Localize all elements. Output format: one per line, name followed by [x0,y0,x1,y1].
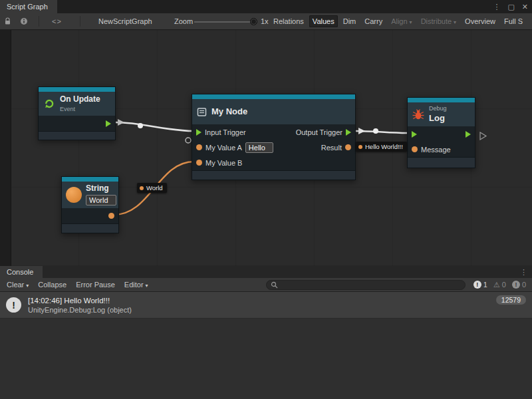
tab-console[interactable]: Console [0,266,43,278]
fullscreen-button[interactable]: Full S [501,15,526,27]
console-log-entry[interactable]: ! [14:02:46] Hello World!!! UnityEngine.… [0,292,532,319]
collapse-button[interactable]: Collapse [34,280,70,289]
wire-flow-dot [138,123,143,128]
flow-input-port-icon[interactable] [196,129,201,136]
graph-canvas[interactable]: On Update Event My Node [0,30,532,266]
bug-icon [412,108,425,121]
string-literal-icon [66,187,82,203]
close-icon[interactable]: ✕ [522,3,528,11]
window-menu-icon[interactable]: ⋮ [493,3,500,11]
string-value-field[interactable] [86,195,116,205]
value-input-port-icon[interactable] [196,144,202,150]
chevron-down-icon: ▾ [454,19,456,25]
maximize-icon[interactable]: ▢ [507,3,514,11]
value-input-port-icon[interactable] [412,146,418,152]
console-search[interactable] [266,280,466,290]
carry-button[interactable]: Carry [361,15,386,27]
input-trigger-label: Input Trigger [205,128,246,136]
console-toolbar: Clear▾ Collapse Error Pause Editor▾ ! 1 … [0,278,532,292]
zoom-slider-knob[interactable] [250,18,257,25]
code-view-icon[interactable]: <> [52,13,62,29]
flow-output-port-icon[interactable] [346,129,351,136]
node-on-update[interactable]: On Update Event [38,86,116,140]
lock-icon[interactable] [4,13,11,29]
error-count-toggle[interactable]: ! 0 [512,281,526,289]
toolbar-buttons: Relations Values Dim Carry Align▾ Distri… [270,14,532,29]
values-button[interactable]: Values [309,15,338,27]
error-log-icon: ! [512,281,520,289]
value-dot-icon [140,186,144,190]
separator [39,16,39,27]
node-header[interactable]: My Node [192,99,355,124]
relations-button[interactable]: Relations [270,15,307,27]
tab-script-graph-label: Script Graph [7,3,48,11]
node-category-label: Debug [429,105,447,112]
editor-dropdown[interactable]: Editor▾ [120,280,152,289]
graph-name-label: NewScriptGraph [98,13,152,29]
zoom-slider-track[interactable] [194,21,255,23]
error-pause-button[interactable]: Error Pause [72,280,119,289]
value-input-port-icon[interactable] [196,160,202,166]
wire-flow-dot [373,128,378,134]
chevron-down-icon: ▾ [410,19,412,25]
flow-input-port-icon[interactable] [412,131,417,138]
info-icon[interactable] [20,13,28,29]
event-loop-icon [43,98,55,110]
unity-script-graph-window: Script Graph ⋮ ▢ ✕ <> NewScriptGraph Zoo… [0,0,532,399]
my-value-a-field[interactable] [245,142,273,153]
node-title: String [86,184,116,194]
console-menu-icon[interactable]: ⋮ [520,266,527,278]
log-message: [14:02:46] Hello World!!! [28,297,489,305]
node-footer [62,223,118,233]
value-bubble-world: World [137,183,167,193]
clear-button[interactable]: Clear▾ [3,280,33,289]
flow-output-port-icon[interactable] [466,131,471,138]
port-row [408,126,475,142]
node-header[interactable]: String [62,182,118,208]
log-entry-text: [14:02:46] Hello World!!! UnityEngine.De… [28,297,489,314]
my-value-b-label: My Value B [205,159,242,167]
align-button[interactable]: Align▾ [388,15,415,27]
node-accent-bar [39,87,115,92]
console-search-input[interactable] [281,281,461,289]
value-output-port-icon[interactable] [108,213,114,219]
node-title: My Node [211,107,247,117]
port-row [39,116,115,131]
node-footer [39,131,115,140]
zoom-label: Zoom [174,13,193,29]
node-accent-bar [192,94,355,99]
node-debug-log[interactable]: Debug Log Message [407,97,475,168]
node-title: Log [429,114,447,124]
unconnected-port-circle[interactable] [186,138,191,143]
node-header[interactable]: On Update Event [39,92,115,116]
node-my-node[interactable]: My Node Input Trigger Output Trigger My … [192,94,356,180]
overview-button[interactable]: Overview [462,15,499,27]
node-footer [192,170,355,180]
distribute-button[interactable]: Distribute▾ [418,15,460,27]
value-bubble-hello-world: Hello World!!! [356,142,407,152]
flow-output-port-icon[interactable] [106,120,111,127]
node-accent-bar [408,98,475,102]
collapse-count-badge: 12579 [496,295,526,305]
port-row [62,208,118,223]
flow-continue-triangle-icon [480,132,486,140]
warning-icon: ⚠ [493,281,500,289]
node-title: On Update [60,95,100,104]
value-output-port-icon[interactable] [345,144,351,150]
info-count-toggle[interactable]: ! 1 [473,281,487,289]
port-row: My Value A Result [192,140,355,155]
wire-onupdate-to-input-trigger[interactable] [116,122,194,131]
console-tabstrip: Console ⋮ [0,266,532,278]
node-header[interactable]: Debug Log [408,102,475,126]
console-panel: Console ⋮ Clear▾ Collapse Error Pause Ed… [0,266,532,399]
output-trigger-label: Output Trigger [296,128,342,136]
window-titlebar: Script Graph ⋮ ▢ ✕ [0,0,532,13]
tab-script-graph[interactable]: Script Graph [0,0,57,13]
node-string[interactable]: String [61,176,119,233]
zoom-value: 1x [261,13,269,29]
warning-count-toggle[interactable]: ⚠ 0 [493,281,506,289]
graph-toolbar: <> NewScriptGraph Zoom 1x Relations Valu… [0,13,532,30]
port-row: Message [408,142,475,157]
dim-button[interactable]: Dim [340,15,360,27]
port-row: My Value B [192,155,355,170]
